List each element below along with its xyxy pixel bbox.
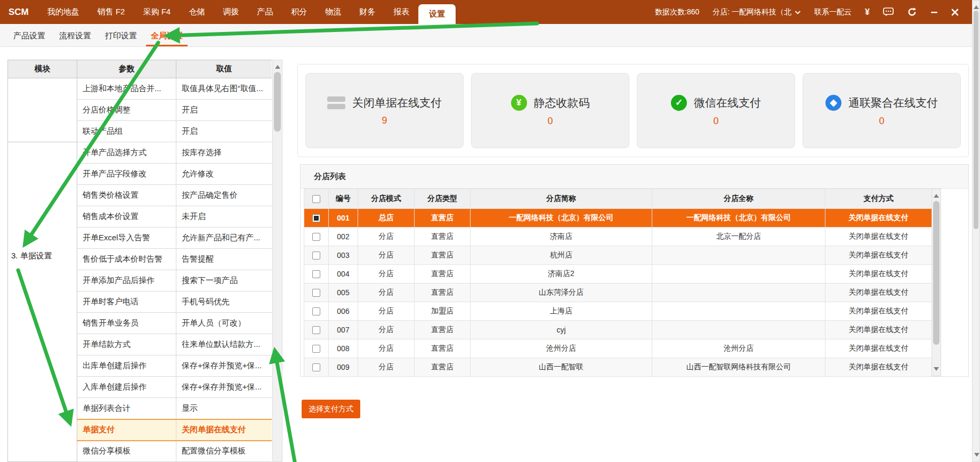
- row-checkbox[interactable]: [312, 233, 320, 241]
- branch-row-007[interactable]: 007分店直营店cyj关闭单据在线支付: [304, 321, 932, 339]
- nav-item-2[interactable]: 销售 F2: [88, 0, 134, 24]
- branch-row-005[interactable]: 005分店直营店山东菏泽分店关闭单据在线支付: [304, 283, 932, 302]
- card-title-row: ◆通联聚合在线支付: [825, 95, 938, 111]
- row-checkbox[interactable]: [312, 289, 320, 297]
- window-scrollbar-thumb[interactable]: [974, 11, 978, 229]
- branch-header-cell: 分店简称: [471, 189, 652, 209]
- refresh-icon[interactable]: [907, 7, 917, 17]
- settings-scrollbar-thumb[interactable]: [274, 72, 281, 132]
- subtab-1[interactable]: 产品设置: [9, 26, 50, 46]
- bar: [327, 104, 345, 109]
- window-scrollbar[interactable]: [972, 0, 980, 462]
- scroll-down-icon[interactable]: [934, 367, 939, 374]
- payment-card-1[interactable]: 关闭单据在线支付9: [305, 73, 464, 148]
- param-cell: 售价低于成本价时告警: [77, 249, 176, 270]
- minimize-icon[interactable]: [930, 9, 938, 16]
- currency-icon[interactable]: ¥: [865, 7, 870, 17]
- payment-card-2[interactable]: ¥静态收款码0: [471, 73, 629, 148]
- subtab-3[interactable]: 打印设置: [100, 26, 142, 46]
- chat-icon[interactable]: [883, 7, 894, 17]
- payment-card-4[interactable]: ◆通联聚合在线支付0: [803, 73, 961, 148]
- close-icon[interactable]: [951, 9, 959, 16]
- wechat-icon: ✓: [671, 95, 687, 111]
- payment-card-3[interactable]: ✓微信在线支付0: [637, 73, 795, 148]
- param-cell: 分店价格调整: [77, 100, 176, 121]
- row-checkbox[interactable]: [312, 363, 320, 371]
- branch-table-scrollbar[interactable]: [932, 189, 941, 376]
- nav-item-1[interactable]: 我的地盘: [38, 0, 88, 24]
- branch-pay-method-cell: 关闭单据在线支付: [825, 339, 932, 358]
- bar: [327, 96, 345, 102]
- branch-row-001[interactable]: 001总店直营店一配网络科技（北京）有限公司一配网络科技（北京）有限公司关闭单据…: [304, 209, 932, 228]
- branch-pay-method-cell: 关闭单据在线支付: [825, 265, 932, 283]
- value-cell: 往来单位默认结款方...: [176, 334, 272, 355]
- nav-item-10[interactable]: 报表: [384, 0, 418, 24]
- settings-table-scrollbar[interactable]: [272, 60, 282, 462]
- branch-row-checkbox-cell: [304, 321, 329, 339]
- tonglian-icon: ◆: [825, 95, 841, 111]
- branch-full-name-cell: 山西一配智联网络科技有限公司: [652, 358, 825, 377]
- param-cell: 开单产品字段修改: [77, 164, 176, 185]
- branch-pay-method-cell: 关闭单据在线支付: [825, 228, 932, 246]
- nav-item-6[interactable]: 产品: [248, 0, 282, 24]
- branch-selector[interactable]: 分店: 一配网络科技（北: [712, 7, 801, 17]
- branch-mode-cell: 分店: [358, 283, 415, 302]
- card-title: 通联聚合在线支付: [848, 95, 938, 110]
- contact-link[interactable]: 联系一配云: [814, 7, 852, 17]
- branch-row-checkbox-cell: [304, 209, 329, 228]
- branch-header-cell: 支付方式: [825, 189, 932, 209]
- card-count: 9: [382, 115, 387, 126]
- nav-item-3[interactable]: 采购 F4: [134, 0, 180, 24]
- row-checkbox[interactable]: [312, 345, 320, 353]
- branch-row-008[interactable]: 008分店直营店沧州分店沧州分店关闭单据在线支付: [304, 339, 932, 358]
- row-checkbox[interactable]: [312, 252, 320, 260]
- row-checkbox[interactable]: [312, 270, 320, 278]
- scroll-down-icon[interactable]: [974, 453, 979, 459]
- choose-payment-method-button[interactable]: 选择支付方式: [302, 400, 360, 418]
- branch-type-cell: 直营店: [415, 265, 471, 283]
- branch-full-name-cell: [652, 302, 825, 321]
- branch-row-checkbox-cell: [304, 302, 329, 321]
- branch-row-004[interactable]: 004分店直营店济南店2关闭单据在线支付: [304, 265, 932, 283]
- row-checkbox[interactable]: [312, 326, 320, 334]
- branch-scrollbar-thumb[interactable]: [933, 201, 939, 345]
- branch-row-006[interactable]: 006分店加盟店上海店关闭单据在线支付: [304, 302, 932, 321]
- data-count-label: 数据次数:860: [655, 7, 699, 17]
- param-cell: 出库单创建后操作: [77, 355, 176, 377]
- branch-row-009[interactable]: 009分店直营店山西一配智联山西一配智联网络科技有限公司关闭单据在线支付: [304, 358, 932, 377]
- nav-item-4[interactable]: 仓储: [180, 0, 214, 24]
- select-all-checkbox[interactable]: [312, 195, 320, 203]
- param-cell: 入库单创建后操作: [77, 377, 176, 398]
- scroll-up-icon[interactable]: [934, 191, 939, 198]
- branch-type-cell: 直营店: [415, 228, 471, 246]
- subtab-4[interactable]: 全局设置: [146, 26, 188, 46]
- top-nav-items: 我的地盘销售 F2采购 F4仓储调拨产品积分物流财务报表设置: [38, 0, 456, 24]
- value-cell: 显示: [176, 398, 272, 419]
- branch-full-name-cell: 沧州分店: [652, 339, 825, 358]
- card-title-row: ¥静态收款码: [511, 95, 590, 111]
- scroll-up-icon[interactable]: [275, 62, 280, 69]
- branch-row-003[interactable]: 003分店直营店杭州店关闭单据在线支付: [304, 246, 932, 265]
- branch-row-002[interactable]: 002分店直营店济南店北京一配分店关闭单据在线支付: [304, 228, 932, 246]
- branch-type-cell: 直营店: [415, 358, 471, 377]
- branch-pay-method-cell: 关闭单据在线支付: [825, 302, 932, 321]
- branch-id-cell: 001: [329, 209, 358, 228]
- nav-item-11[interactable]: 设置: [418, 4, 456, 24]
- nav-item-9[interactable]: 财务: [350, 0, 384, 24]
- branch-row-checkbox-cell: [304, 358, 329, 377]
- row-checkbox[interactable]: [312, 307, 320, 315]
- settings-row[interactable]: 上游和本地产品合并...取值具体见右图“取值...: [8, 78, 272, 100]
- nav-item-8[interactable]: 物流: [316, 0, 350, 24]
- branch-header-checkbox-cell: [304, 189, 329, 209]
- card-count: 0: [713, 116, 718, 127]
- branch-full-name-cell: [652, 265, 825, 283]
- value-cell: 开启: [176, 100, 272, 121]
- module-label: 3. 单据设置: [11, 142, 74, 261]
- settings-row[interactable]: 3. 单据设置开单产品选择方式按库存选择: [8, 142, 272, 164]
- value-cell: 告警提醒: [176, 249, 272, 270]
- nav-item-7[interactable]: 积分: [282, 0, 316, 24]
- subtab-2[interactable]: 流程设置: [54, 26, 96, 46]
- scroll-up-icon[interactable]: [974, 3, 979, 9]
- nav-item-5[interactable]: 调拨: [214, 0, 248, 24]
- row-checkbox[interactable]: [312, 214, 320, 222]
